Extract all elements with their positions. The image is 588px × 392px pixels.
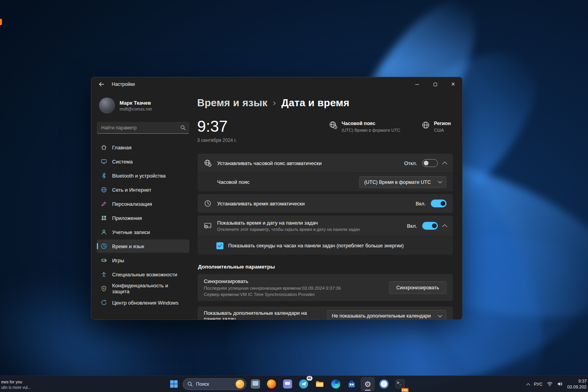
user-name: Марк Ткачев xyxy=(120,100,152,106)
chevron-up-icon xyxy=(526,383,530,387)
region-info: Регион США xyxy=(421,121,451,143)
taskbar-search-placeholder: Поиск xyxy=(196,381,232,387)
sidebar-item-system[interactable]: Система xyxy=(97,155,189,168)
gear-icon: ⚙ xyxy=(364,380,371,388)
sidebar-item-label: Конфиденциальность и защита xyxy=(112,283,185,294)
maximize-button[interactable] xyxy=(426,77,444,91)
show-clock-toggle[interactable] xyxy=(422,222,438,230)
sync-now-button[interactable]: Синхронизировать xyxy=(389,281,446,294)
sidebar-item-personalization[interactable]: Персонализация xyxy=(97,197,189,211)
timezone-auto-row[interactable]: Устанавливать часовой пояс автоматически… xyxy=(198,154,453,172)
card-timezone-auto: Устанавливать часовой пояс автоматически… xyxy=(197,153,453,192)
widgets-news-button[interactable]: ews for you utin is more vul... xyxy=(1,379,31,390)
edge-icon xyxy=(331,379,340,388)
app-icon-photos[interactable] xyxy=(377,377,391,391)
sidebar-item-accounts[interactable]: Учетные записи xyxy=(97,225,189,239)
sidebar-item-time-language[interactable]: Время и язык xyxy=(97,240,189,253)
page-title: Дата и время xyxy=(281,97,349,109)
apps-grid-icon xyxy=(101,215,107,221)
back-button[interactable] xyxy=(94,78,109,90)
user-email: msft@comss.net xyxy=(120,107,152,111)
timezone-dropdown-value: (UTC) Время в формате UTC xyxy=(364,180,431,185)
app-icon-file-explorer[interactable] xyxy=(312,377,327,391)
chevron-down-icon xyxy=(438,313,442,317)
toggle-knob xyxy=(432,223,437,228)
breadcrumb-chevron-icon: › xyxy=(273,98,276,108)
calendars-dropdown[interactable]: Не показывать дополнительные календари xyxy=(327,310,446,320)
user-account-block[interactable]: Марк Ткачев msft@comss.net xyxy=(97,94,189,116)
show-clock-sublabel: Отключите этот параметр, чтобы скрыть вр… xyxy=(217,227,360,232)
unread-count-badge: 41 xyxy=(307,376,312,381)
sidebar-item-bluetooth[interactable]: Bluetooth и устройства xyxy=(97,169,189,182)
settings-main-panel: Время и язык › Дата и время 9:37 3 сентя… xyxy=(192,91,462,320)
minimize-icon xyxy=(415,84,419,85)
taskbar-clock[interactable]: 9:37 03.09.2024 xyxy=(567,378,587,390)
sidebar-item-apps[interactable]: Приложения xyxy=(97,211,189,225)
app-icon-pc[interactable] xyxy=(248,377,262,391)
widget-peek-tab[interactable] xyxy=(0,19,2,25)
sidebar-item-label: Bluetooth и устройства xyxy=(112,173,165,179)
network-tray-button[interactable] xyxy=(547,381,553,387)
app-icon-firefox[interactable] xyxy=(264,377,278,391)
sidebar-item-label: Специальные возможности xyxy=(112,272,177,278)
sidebar-item-label: Приложения xyxy=(112,215,142,221)
breadcrumb-parent[interactable]: Время и язык xyxy=(197,97,267,109)
brush-icon xyxy=(101,201,107,207)
microsoft-store-icon xyxy=(347,380,356,388)
sidebar-item-label: Игры xyxy=(112,258,124,263)
sidebar-item-games[interactable]: Игры xyxy=(97,254,189,267)
sidebar-item-windows-update[interactable]: Центр обновления Windows xyxy=(97,296,189,309)
sidebar-item-privacy[interactable]: Конфиденциальность и защита xyxy=(97,282,189,295)
card-sync: Синхронизировать Последняя успешная синх… xyxy=(197,274,453,301)
toggle-knob xyxy=(441,201,445,206)
sidebar-item-label: Персонализация xyxy=(112,201,152,207)
volume-tray-button[interactable] xyxy=(557,381,563,387)
search-icon xyxy=(187,381,193,387)
hidden-icons-button[interactable] xyxy=(527,382,530,387)
sync-last-time: Последняя успешная синхронизация времени… xyxy=(204,286,341,290)
show-clock-row[interactable]: Показывать время и дату на панели задач … xyxy=(198,216,453,236)
close-button[interactable]: × xyxy=(444,77,462,91)
sidebar-item-network[interactable]: Сеть и Интернет xyxy=(97,183,189,196)
collapse-chevron-icon[interactable] xyxy=(442,224,447,229)
news-line-2: utin is more vul... xyxy=(1,385,31,390)
datetime-header: 9:37 3 сентября 2024 г. Часовой пояс (UT… xyxy=(197,118,453,143)
app-icon-edge[interactable] xyxy=(328,377,343,391)
app-icon-store[interactable] xyxy=(345,377,359,391)
app-icon-settings[interactable]: ⚙ xyxy=(361,377,375,391)
gamepad-icon xyxy=(101,257,107,263)
sidebar-item-accessibility[interactable]: Специальные возможности xyxy=(97,268,189,281)
minimize-button[interactable] xyxy=(408,77,426,91)
taskbar-search-box[interactable]: Поиск xyxy=(183,378,246,390)
collapse-chevron-icon[interactable] xyxy=(442,162,447,167)
back-arrow-icon xyxy=(98,81,105,87)
photos-icon xyxy=(379,379,388,388)
app-icon-terminal-preview[interactable]: PRE xyxy=(393,377,407,391)
breadcrumb: Время и язык › Дата и время xyxy=(197,97,453,109)
app-icon-telegram[interactable]: 41 xyxy=(296,377,310,391)
section-additional-title: Дополнительные параметры xyxy=(198,264,453,270)
timezone-dropdown[interactable]: (UTC) Время в формате UTC xyxy=(359,176,446,188)
sidebar-item-label: Главная xyxy=(112,145,131,151)
sidebar-item-home[interactable]: Главная xyxy=(97,141,189,154)
pc-monitor-icon xyxy=(251,379,260,388)
settings-window: Настройки × Марк Ткачев msft@comss.net xyxy=(91,77,463,320)
language-indicator[interactable]: РУС xyxy=(534,382,543,387)
chevron-down-icon xyxy=(438,180,442,183)
show-seconds-checkbox[interactable] xyxy=(216,242,223,249)
card-show-clock: Показывать время и дату на панели задач … xyxy=(197,215,453,255)
bluetooth-icon xyxy=(101,172,107,179)
sidebar-item-label: Сеть и Интернет xyxy=(112,187,151,193)
folder-icon xyxy=(315,379,324,388)
show-seconds-label: Показывать секунды на часах на панели за… xyxy=(228,243,404,249)
timezone-auto-icon xyxy=(204,159,212,167)
region-title: Регион xyxy=(434,121,451,126)
settings-search-input[interactable] xyxy=(101,125,180,131)
time-auto-toggle[interactable] xyxy=(431,200,446,207)
app-icon-teams[interactable] xyxy=(280,377,294,391)
show-clock-label: Показывать время и дату на панели задач xyxy=(217,220,360,226)
telegram-icon xyxy=(299,379,308,388)
start-button[interactable] xyxy=(167,377,181,391)
timezone-auto-toggle[interactable] xyxy=(422,159,438,167)
settings-search-box[interactable] xyxy=(97,122,189,134)
